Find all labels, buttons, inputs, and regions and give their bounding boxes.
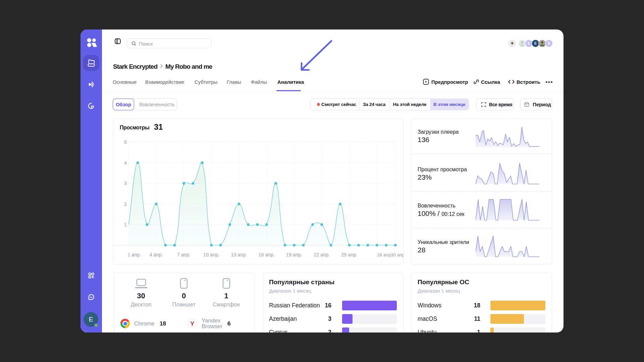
svg-text:22 апр.: 22 апр. xyxy=(314,252,330,257)
svg-text:3: 3 xyxy=(124,181,127,186)
svg-text:30 апр.: 30 апр. xyxy=(391,252,404,257)
svg-text:16 апр.: 16 апр. xyxy=(259,252,275,257)
svg-text:19 апр.: 19 апр. xyxy=(286,252,302,257)
svg-text:25 апр.: 25 апр. xyxy=(341,252,357,257)
svg-text:1 апр.: 1 апр. xyxy=(127,252,141,257)
svg-text:10 апр.: 10 апр. xyxy=(203,252,219,257)
svg-text:7 апр.: 7 апр. xyxy=(177,252,191,257)
svg-text:28 апр: 28 апр xyxy=(377,252,391,257)
svg-text:13 апр.: 13 апр. xyxy=(231,252,247,257)
svg-text:1: 1 xyxy=(124,222,127,227)
svg-text:2: 2 xyxy=(124,201,127,207)
svg-text:5: 5 xyxy=(124,139,127,145)
svg-text:4: 4 xyxy=(124,160,127,166)
svg-text:4 апр.: 4 апр. xyxy=(150,252,163,257)
